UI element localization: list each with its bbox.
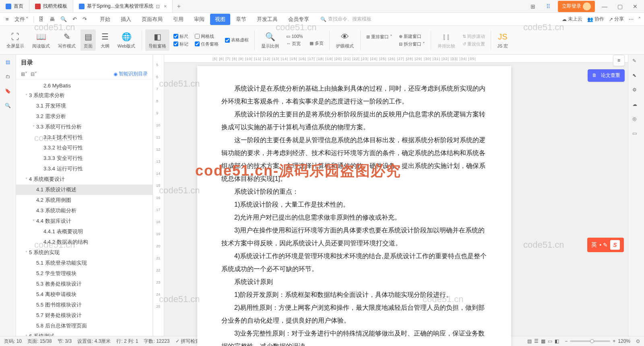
close-window-button[interactable]: ✕ xyxy=(630,1,641,12)
split-window-button[interactable]: ⊟ 拆分窗口 ˅ xyxy=(399,41,425,47)
minimize-button[interactable]: — xyxy=(599,1,610,12)
zoom-value[interactable]: 120% xyxy=(618,338,630,344)
outline-icon[interactable]: ▤ xyxy=(4,58,12,66)
preview-icon[interactable]: 🔍 xyxy=(58,15,69,24)
outline-item[interactable]: 2.6 MyBatis xyxy=(16,81,153,90)
bookmark-icon[interactable]: 🔖 xyxy=(4,87,12,95)
view-mode-icon[interactable]: ▦ xyxy=(541,338,545,344)
new-window-button[interactable]: ⊕ 新建窗口 xyxy=(399,33,425,39)
outline-item[interactable]: 4.1 系统设计概述 xyxy=(16,184,153,195)
search-icon[interactable]: 🔍 xyxy=(4,102,12,110)
expand-all-icon[interactable]: ⊞˅ xyxy=(21,71,27,77)
zoom-100-button[interactable]: ▭ 100% xyxy=(286,34,303,39)
view-mode-icon[interactable]: ☰ xyxy=(534,338,539,344)
fullscreen-button[interactable]: ⛶全屏显示 xyxy=(3,31,27,49)
mark-checkbox[interactable]: 标记 xyxy=(173,41,188,47)
maximize-button[interactable]: ▢ xyxy=(614,1,625,12)
reader-mode-button[interactable]: 📖阅读版式 xyxy=(29,31,53,49)
apps-icon[interactable]: ⠿ xyxy=(543,1,554,12)
view-mode-icon[interactable]: ▤ xyxy=(527,338,532,344)
folder-icon[interactable]: 🗀 xyxy=(4,73,12,81)
outline-item[interactable]: 3.3.3 安全可行性 xyxy=(16,153,153,164)
tableframe-checkbox[interactable]: 表格虚框 xyxy=(225,37,249,43)
tab-home[interactable]: 首页 xyxy=(0,0,29,12)
zoom-control[interactable]: − + 120% xyxy=(565,338,630,344)
ribbon-tab[interactable]: 会员专享 xyxy=(283,14,314,25)
compare-button[interactable]: ⫿⫿并排比较 xyxy=(434,31,458,49)
ribbon-tab[interactable]: 审阅 xyxy=(189,14,209,25)
collab-link[interactable]: 👥 协作 xyxy=(587,16,604,23)
status-page-of[interactable]: 页面: 15/38 xyxy=(27,338,52,345)
rearrange-window-button[interactable]: ⊞ 重排窗口 ˅ xyxy=(366,34,392,40)
auto-detect-outline[interactable]: ◉ 智能识别目录 xyxy=(114,70,148,77)
document-page[interactable]: 系统设计是在系统分析的基础上由抽象到具体的过程，同时，还应考虑到系统所实现的内外… xyxy=(197,66,511,346)
command-search[interactable]: 🔍 查找命令、搜索模板 xyxy=(320,16,372,23)
outline-item[interactable]: ˅3 系统需求分析 xyxy=(16,90,153,101)
outline-item[interactable]: 3.2 需求分析 xyxy=(16,111,153,122)
grid-checkbox[interactable]: 网格线 xyxy=(195,33,219,39)
status-word-count[interactable]: 字数: 12223 xyxy=(144,338,169,345)
display-ratio-button[interactable]: 🔍显示比例 xyxy=(258,31,282,49)
web-view-button[interactable]: 🌐Web版式 xyxy=(114,31,138,49)
outline-item[interactable]: 4.3 系统功能分析 xyxy=(16,205,153,216)
outline-item[interactable]: 5.3 教务处模块设计 xyxy=(16,279,153,289)
outline-item[interactable]: ˅6 系统测试 xyxy=(16,331,153,336)
outline-item[interactable]: 5.4 离校申请模块 xyxy=(16,289,153,300)
collapse-all-icon[interactable]: ⊟˅ xyxy=(31,71,37,77)
select-icon[interactable]: ⬉ xyxy=(632,73,640,81)
ribbon-tab[interactable]: 引用 xyxy=(168,14,188,25)
eyecare-button[interactable]: 👁护眼模式 xyxy=(333,31,357,49)
tab-pin-icon[interactable]: ⊡ xyxy=(156,4,160,9)
menu-icon[interactable]: ≡ xyxy=(3,15,11,24)
outline-item[interactable]: ˅3.3 系统可行性分析 xyxy=(16,122,153,132)
book-icon[interactable]: ▭ xyxy=(632,131,640,139)
zoom-slider[interactable] xyxy=(570,340,610,342)
location-icon[interactable]: ◎ xyxy=(632,116,640,124)
fit-icon[interactable]: ⊙ xyxy=(636,338,640,344)
login-button[interactable]: 立即登录 xyxy=(558,1,595,12)
settings-icon[interactable]: ⚙ xyxy=(632,87,640,95)
page-view-button[interactable]: ▤页面 xyxy=(80,29,96,51)
outline-item[interactable]: 3.3.1 技术可行性 xyxy=(16,132,153,143)
zoom-out-icon[interactable]: − xyxy=(565,338,568,344)
outline-item[interactable]: ˅5 系统的实现 xyxy=(16,247,153,258)
save-icon[interactable]: 🗄 xyxy=(36,15,46,24)
print-icon[interactable]: 🖶 xyxy=(47,15,57,24)
tab-close-icon[interactable]: × xyxy=(164,3,167,9)
outline-item[interactable]: 5.7 财务处模块设计 xyxy=(16,310,153,321)
edit-icon[interactable]: ✎ xyxy=(632,58,640,66)
more-icon[interactable]: ⋯ xyxy=(629,17,634,22)
ime-indicator[interactable]: 英• ✎S xyxy=(587,238,624,252)
ribbon-tab[interactable]: 开发工具 xyxy=(252,14,283,25)
outline-item[interactable]: 5.8 后台总体管理页面 xyxy=(16,321,153,331)
cloud-status[interactable]: ☁ 未上云 xyxy=(562,16,582,23)
ribbon-tab[interactable]: 插入 xyxy=(116,14,136,25)
tab-document[interactable]: 基于Spring...业生离校管理系统⊡× xyxy=(73,0,173,12)
outline-item[interactable]: 5.5 图书馆模块设计 xyxy=(16,300,153,310)
zoom-in-icon[interactable]: + xyxy=(613,338,615,344)
outline-view-button[interactable]: ☰大纲 xyxy=(97,31,113,49)
page-width-button[interactable]: ↔ 页宽 xyxy=(286,41,303,47)
ribbon-tab[interactable]: 视图 xyxy=(210,14,230,25)
taskpane-checkbox[interactable]: 任务窗格 xyxy=(195,41,219,47)
chevron-up-icon[interactable]: ˄ xyxy=(638,17,641,22)
outline-item[interactable]: ˅4 系统概要设计 xyxy=(16,174,153,184)
ruler-checkbox[interactable]: 标尺 xyxy=(173,33,188,39)
nav-pane-button[interactable]: ◧导航窗格 xyxy=(145,29,169,51)
outline-item[interactable]: ˅4.4 数据库设计 xyxy=(16,216,153,226)
outline-item[interactable]: 4.4.2 数据表的结构 xyxy=(16,237,153,247)
outline-item[interactable]: 4.2 系统用例图 xyxy=(16,195,153,205)
js-macro-button[interactable]: JSJS 宏 xyxy=(494,31,512,49)
undo-icon[interactable]: ↶ xyxy=(70,15,79,24)
tab-template[interactable]: 找稻壳模板 xyxy=(29,0,73,12)
outline-item[interactable]: 3.1 开发环境 xyxy=(16,101,153,111)
view-mode-icon[interactable]: ▭ xyxy=(548,338,552,344)
outline-item[interactable]: 5.2 学生管理模块 xyxy=(16,268,153,279)
status-page-number[interactable]: 页码: 10 xyxy=(4,338,22,345)
layout-icon[interactable]: ⊞ xyxy=(527,1,539,12)
ribbon-tab[interactable]: 页面布局 xyxy=(137,14,167,25)
plagiarism-check-button[interactable]: 🗎论文查重 xyxy=(588,69,625,82)
outline-item[interactable]: 3.3.2 社会可行性 xyxy=(16,143,153,153)
ribbon-tab[interactable]: 开始 xyxy=(95,14,115,25)
write-mode-button[interactable]: ✎写作模式 xyxy=(55,31,79,49)
